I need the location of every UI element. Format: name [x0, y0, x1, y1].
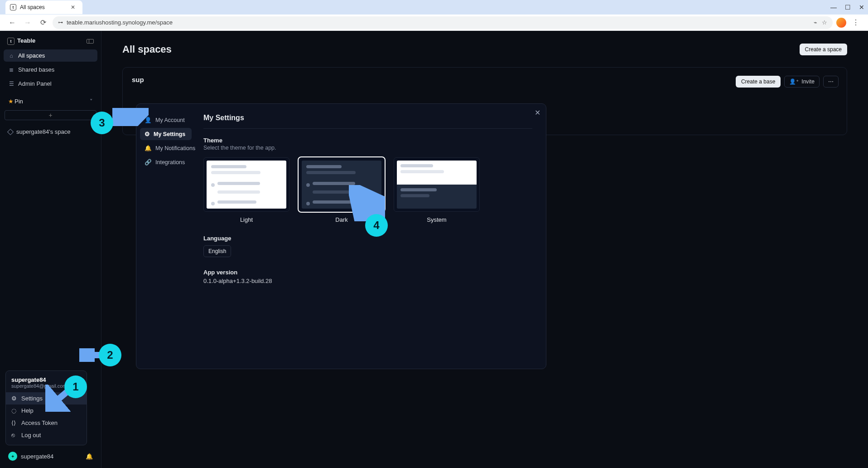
theme-label: System [427, 216, 446, 223]
theme-option-light[interactable]: Light [203, 157, 289, 223]
link-icon: 🔗 [145, 159, 152, 166]
svg-line-2 [115, 112, 144, 122]
nav-label: All spaces [18, 52, 45, 59]
user-admin-icon: ☰ [8, 81, 14, 87]
home-icon: ⌂ [8, 53, 14, 59]
chevron-down-icon[interactable]: ˅ [90, 98, 93, 105]
exit-icon: ⎋ [11, 432, 18, 439]
annotation-badge-1: 1 [64, 375, 87, 398]
sidebar-item-admin-panel[interactable]: ☰ Admin Panel [4, 78, 97, 90]
password-key-icon[interactable]: ⌁ [814, 19, 817, 26]
site-info-icon[interactable]: ⊶ [58, 20, 63, 25]
tab-close-icon[interactable]: ✕ [71, 4, 75, 10]
profile-avatar-icon[interactable] [836, 18, 846, 28]
theme-label: Dark [335, 216, 347, 223]
usermenu-label: Help [21, 407, 34, 414]
browser-tab[interactable]: t All spaces ✕ [5, 0, 82, 14]
annotation-badge-2: 2 [99, 344, 121, 366]
back-icon[interactable]: ← [6, 17, 18, 29]
usermenu-access-token[interactable]: ⟨⟩ Access Token [6, 417, 87, 429]
modal-close-icon[interactable]: ✕ [535, 108, 540, 117]
language-section-title: Language [203, 235, 532, 242]
main-header: All spaces Create a space [122, 44, 847, 55]
modal-tab-label: Integrations [155, 159, 185, 166]
language-select[interactable]: English [203, 245, 231, 257]
invite-icon: 👤⁺ [789, 78, 799, 85]
bell-icon: 🔔 [145, 145, 152, 151]
gear-icon: ⚙ [11, 395, 18, 402]
brand-row: tTeable [4, 34, 97, 48]
nav-label: Shared bases [18, 66, 54, 73]
brand-name: Teable [17, 37, 35, 44]
version-title: App version [203, 269, 532, 276]
svg-line-3 [354, 190, 376, 217]
minimize-icon[interactable]: — [830, 4, 837, 11]
footer-username[interactable]: supergate84 [21, 453, 53, 460]
sidebar-space-link[interactable]: supergate84's space [4, 126, 97, 138]
browser-menu-icon[interactable]: ⋮ [850, 17, 862, 29]
code-icon: ⟨⟩ [11, 419, 18, 426]
version-value: 0.1.0-alpha+1.3.2-build.28 [203, 278, 532, 284]
sidebar-item-shared-bases[interactable]: ≣ Shared bases [4, 63, 97, 76]
settings-modal: ✕ 👤 My Account ⚙ My Settings 🔔 My Notifi… [136, 103, 546, 369]
sidebar-footer: ✦ supergate84 🔔 [4, 448, 97, 464]
forward-icon[interactable]: → [22, 17, 34, 29]
space-card-title: sup [132, 76, 838, 83]
space-icon [7, 128, 14, 135]
annotation-badge-4: 4 [365, 214, 388, 237]
user-avatar-icon[interactable]: ✦ [8, 452, 17, 461]
url-text: teable.mariushosting.synology.me/space [67, 19, 173, 26]
modal-sidebar: 👤 My Account ⚙ My Settings 🔔 My Notifica… [136, 104, 195, 369]
toggle-sidebar-icon[interactable] [87, 39, 94, 44]
tab-favicon-icon: t [10, 4, 16, 10]
window-controls: — ☐ ✕ [830, 4, 864, 11]
invite-label: Invite [801, 78, 815, 85]
sidebar-item-all-spaces[interactable]: ⌂ All spaces [4, 49, 97, 62]
modal-tab-integrations[interactable]: 🔗 Integrations [140, 156, 192, 168]
usermenu-logout[interactable]: ⎋ Log out [6, 429, 87, 441]
browser-toolbar: ← → ⟳ ⊶ teable.mariushosting.synology.me… [0, 15, 868, 31]
create-base-button[interactable]: Create a base [736, 76, 781, 88]
star-icon: ★ [8, 98, 14, 105]
usermenu-label: Settings [21, 395, 43, 402]
space-card-actions: Create a base 👤⁺ Invite ⋯ [736, 76, 839, 88]
annotation-arrow-3 [112, 108, 149, 126]
database-icon: ≣ [8, 67, 14, 73]
reload-icon[interactable]: ⟳ [37, 17, 49, 29]
tab-title: All spaces [20, 4, 45, 10]
notifications-bell-icon[interactable]: 🔔 [86, 453, 93, 460]
page-title: All spaces [122, 44, 172, 55]
annotation-badge-3: 3 [91, 112, 113, 134]
modal-body: My Settings Theme Select the theme for t… [195, 104, 546, 369]
space-more-button[interactable]: ⋯ [823, 76, 839, 88]
invite-button[interactable]: 👤⁺ Invite [784, 76, 820, 88]
bookmark-star-icon[interactable]: ☆ [822, 19, 827, 26]
modal-tab-label: My Settings [154, 131, 185, 137]
space-link-label: supergate84's space [16, 128, 71, 135]
theme-label: Light [240, 216, 253, 223]
nav-label: Admin Panel [18, 80, 52, 87]
space-title-text: sup [132, 76, 144, 83]
theme-option-system[interactable]: System [394, 157, 480, 223]
modal-tab-my-notifications[interactable]: 🔔 My Notifications [140, 142, 192, 154]
pin-label: Pin [14, 98, 23, 105]
modal-tab-label: My Notifications [155, 145, 195, 151]
app-root: tTeable ⌂ All spaces ≣ Shared bases ☰ Ad… [0, 31, 868, 468]
close-window-icon[interactable]: ✕ [859, 4, 864, 11]
address-bar[interactable]: ⊶ teable.mariushosting.synology.me/space… [53, 16, 833, 29]
add-pinned-button[interactable]: + [5, 110, 96, 120]
modal-tab-label: My Account [155, 117, 185, 123]
maximize-icon[interactable]: ☐ [845, 4, 851, 11]
browser-titlebar: t All spaces ✕ — ☐ ✕ [0, 0, 868, 15]
theme-section-subtitle: Select the theme for the app. [203, 145, 532, 151]
create-space-button[interactable]: Create a space [800, 44, 847, 55]
modal-tab-my-settings[interactable]: ⚙ My Settings [140, 128, 192, 140]
usermenu-label: Log out [21, 432, 41, 439]
modal-title: My Settings [203, 114, 532, 122]
divider [203, 128, 532, 129]
theme-section-title: Theme [203, 137, 532, 144]
help-icon: ◌ [11, 407, 18, 414]
usermenu-label: Access Token [21, 419, 58, 426]
brand-logo-icon: t [7, 38, 14, 45]
pin-section[interactable]: ★Pin ˅ [4, 94, 97, 107]
